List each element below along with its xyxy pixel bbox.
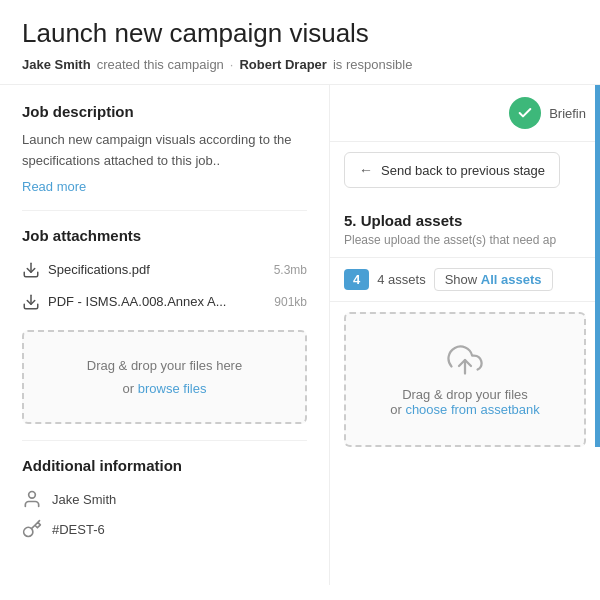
download-icon-1 xyxy=(22,261,40,279)
assets-count-label: 4 assets xyxy=(377,272,425,287)
briefing-badge: Briefin xyxy=(509,97,586,129)
attachment-left-1: Specifications.pdf xyxy=(22,261,150,279)
attachment-left-2: PDF - ISMS.AA.008.Annex A... xyxy=(22,293,226,311)
right-panel-inner: Briefin ← Send back to previous stage 5.… xyxy=(330,85,600,447)
upload-section-desc: Please upload the asset(s) that need ap xyxy=(344,233,586,247)
left-panel: Job description Launch new campaign visu… xyxy=(0,85,330,585)
show-label: Show xyxy=(445,272,478,287)
info-person-item: Jake Smith xyxy=(22,484,307,514)
additional-info-section: Additional information Jake Smith #DEST-… xyxy=(22,457,307,544)
drop-or-text: or xyxy=(123,381,135,396)
assets-upload-text: Drag & drop your files or choose from as… xyxy=(390,387,540,417)
meta-dot: · xyxy=(230,57,234,72)
assets-count-badge[interactable]: 4 xyxy=(344,269,369,290)
right-panel: Briefin ← Send back to previous stage 5.… xyxy=(330,85,600,585)
job-attachments-title: Job attachments xyxy=(22,227,307,244)
vertical-blue-bar xyxy=(595,85,600,447)
upload-section-title: 5. Upload assets xyxy=(344,212,586,229)
key-icon xyxy=(22,519,42,539)
info-person-value: Jake Smith xyxy=(52,492,116,507)
upload-line1: Drag & drop your files xyxy=(402,387,528,402)
job-description-title: Job description xyxy=(22,103,307,120)
responsible-name: Robert Draper xyxy=(239,57,326,72)
upload-cloud-icon xyxy=(447,342,483,381)
svg-point-2 xyxy=(29,492,36,499)
attachment-size-1: 5.3mb xyxy=(274,263,307,277)
file-drop-zone[interactable]: Drag & drop your files here or browse fi… xyxy=(22,330,307,425)
show-all-assets-button[interactable]: Show All assets xyxy=(434,268,553,291)
attachment-item-1[interactable]: Specifications.pdf 5.3mb xyxy=(22,254,307,286)
job-attachments-section: Job attachments Specifications.pdf 5.3mb xyxy=(22,227,307,425)
download-icon-2 xyxy=(22,293,40,311)
additional-info-title: Additional information xyxy=(22,457,307,474)
main-layout: Job description Launch new campaign visu… xyxy=(0,85,600,585)
send-back-label: Send back to previous stage xyxy=(381,163,545,178)
assets-tabs-row: 4 4 assets Show All assets xyxy=(330,258,600,302)
page-header: Launch new campaign visuals Jake Smith c… xyxy=(0,0,600,85)
attachment-name-1: Specifications.pdf xyxy=(48,262,150,277)
responsible-text: is responsible xyxy=(333,57,413,72)
creator-name: Jake Smith xyxy=(22,57,91,72)
send-back-button[interactable]: ← Send back to previous stage xyxy=(344,152,560,188)
info-key-item: #DEST-6 xyxy=(22,514,307,544)
check-circle-icon xyxy=(509,97,541,129)
person-icon xyxy=(22,489,42,509)
header-meta: Jake Smith created this campaign · Rober… xyxy=(22,57,578,72)
divider-1 xyxy=(22,210,307,211)
created-text: created this campaign xyxy=(97,57,224,72)
browse-link[interactable]: browse files xyxy=(138,381,207,396)
divider-2 xyxy=(22,440,307,441)
arrow-left-icon: ← xyxy=(359,162,373,178)
read-more-link[interactable]: Read more xyxy=(22,179,86,194)
job-description-section: Job description Launch new campaign visu… xyxy=(22,103,307,194)
right-top-row: Briefin xyxy=(330,85,600,142)
attachment-name-2: PDF - ISMS.AA.008.Annex A... xyxy=(48,294,226,309)
page-title: Launch new campaign visuals xyxy=(22,18,578,49)
info-key-value: #DEST-6 xyxy=(52,522,105,537)
attachment-item-2[interactable]: PDF - ISMS.AA.008.Annex A... 901kb xyxy=(22,286,307,318)
briefing-label: Briefin xyxy=(549,106,586,121)
job-description-text: Launch new campaign visuals according to… xyxy=(22,130,307,172)
drop-zone-text: Drag & drop your files here or browse fi… xyxy=(40,354,289,401)
assets-upload-area[interactable]: Drag & drop your files or choose from as… xyxy=(344,312,586,447)
all-assets-label: All assets xyxy=(481,272,542,287)
drop-text-line1: Drag & drop your files here xyxy=(87,358,242,373)
attachment-size-2: 901kb xyxy=(274,295,307,309)
upload-or: or xyxy=(390,402,402,417)
choose-from-assetbank-link[interactable]: choose from assetbank xyxy=(405,402,539,417)
upload-assets-section: 5. Upload assets Please upload the asset… xyxy=(330,198,600,258)
